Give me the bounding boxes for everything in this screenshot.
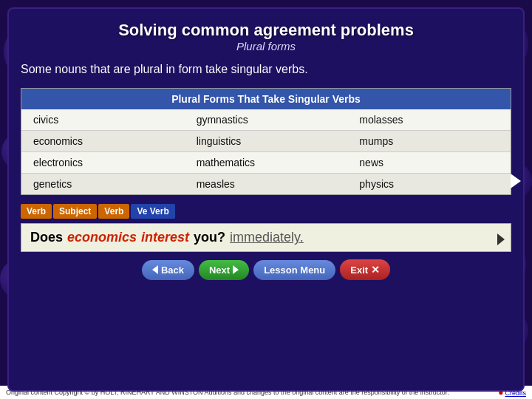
word-interest: interest [141, 230, 189, 245]
main-container: Solving common agreement problems Plural… [7, 7, 525, 392]
next-arrow-icon [233, 265, 239, 274]
table-scroll-arrow[interactable] [511, 174, 521, 188]
table-cell: molasses [347, 109, 511, 131]
back-label: Back [161, 265, 184, 276]
table-cell: gymnastics [185, 109, 348, 131]
exit-label: Exit [350, 265, 368, 276]
table-header: Plural Forms That Take Singular Verbs [21, 89, 511, 109]
label-verb2: Verb [98, 204, 129, 219]
lesson-menu-button[interactable]: Lesson Menu [253, 260, 335, 280]
label-subject: Subject [53, 204, 97, 219]
labels-row: Verb Subject Verb Ve Verb [21, 204, 511, 219]
next-button[interactable]: Next [199, 260, 249, 280]
bottom-navigation: Back Next Lesson Menu Exit ✕ [21, 259, 511, 280]
table-cell: linguistics [185, 131, 348, 152]
label-ve-verb: Ve Verb [131, 204, 174, 219]
table-body: civicsgymnasticsmolasseseconomicslinguis… [21, 109, 511, 194]
intro-text: Some nouns that are plural in form take … [21, 61, 511, 78]
table-cell: genetics [21, 174, 185, 195]
table-row: economicslinguisticsmumps [21, 131, 511, 152]
table-cell: electronics [21, 152, 185, 174]
example-sentence: Does economics interest you? immediately… [21, 223, 511, 252]
word-you: you? [194, 230, 225, 245]
title-section: Solving common agreement problems Plural… [21, 21, 511, 52]
table-cell: civics [21, 109, 185, 131]
exit-button[interactable]: Exit ✕ [340, 259, 390, 280]
table-cell: measles [185, 174, 348, 195]
subtitle: Plural forms [21, 40, 511, 52]
table-cell: mathematics [185, 152, 348, 174]
back-arrow-icon [152, 265, 158, 274]
word-does: Does [30, 230, 63, 245]
next-label: Next [209, 265, 230, 276]
table-row: geneticsmeaslesphysics [21, 174, 511, 195]
table-cell: mumps [347, 131, 511, 152]
plural-forms-table: Plural Forms That Take Singular Verbs ci… [21, 88, 511, 195]
word-immediately: immediately. [230, 230, 304, 245]
table-cell: news [347, 152, 511, 174]
table-cell: physics [347, 174, 511, 195]
word-economics: economics [67, 230, 137, 245]
table-row: civicsgymnasticsmolasses [21, 109, 511, 131]
sentence-scroll-arrow[interactable] [497, 233, 505, 245]
table-row: electronicsmathematicsnews [21, 152, 511, 174]
main-title: Solving common agreement problems [21, 21, 511, 40]
label-verb: Verb [21, 204, 52, 219]
lesson-label: Lesson Menu [264, 265, 325, 276]
exit-x-icon: ✕ [371, 264, 380, 276]
table-cell: economics [21, 131, 185, 152]
back-button[interactable]: Back [142, 260, 194, 280]
